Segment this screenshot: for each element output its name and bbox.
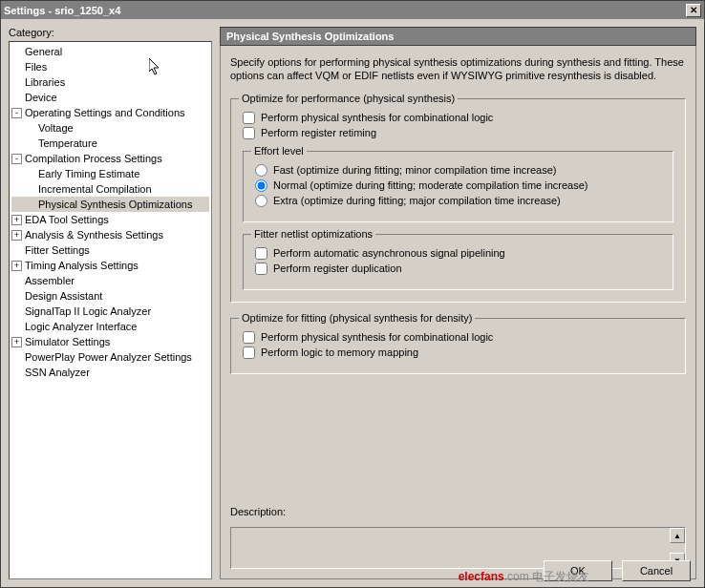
description-label: Description: <box>230 506 686 517</box>
tree-toggle-icon[interactable]: - <box>11 154 22 164</box>
tree-item[interactable]: Incremental Compilation <box>11 181 209 197</box>
watermark-suffix: .com 电子发烧友 <box>504 570 589 583</box>
radio-fast[interactable]: Fast (optimize during fitting; minor com… <box>255 164 661 177</box>
tree-item-label: Physical Synthesis Optimizations <box>38 199 192 210</box>
settings-window: Settings - srio_1250_x4 ✕ Category: Gene… <box>0 0 705 588</box>
radio-input[interactable] <box>255 195 267 207</box>
tree-item[interactable]: -Operating Settings and Conditions <box>11 105 209 120</box>
tree-item-label: Compilation Process Settings <box>25 153 162 164</box>
tree-item-label: Simulator Settings <box>25 336 110 347</box>
tree-item[interactable]: Device <box>11 90 209 105</box>
checkbox-label: Perform register retiming <box>261 127 376 138</box>
tree-item[interactable]: Logic Analyzer Interface <box>11 319 209 334</box>
legend-performance: Optimize for performance (physical synth… <box>239 93 458 104</box>
cancel-button[interactable]: Cancel <box>622 560 691 581</box>
watermark-brand: elecfans <box>459 570 504 583</box>
checkbox-label: Perform physical synthesis for combinati… <box>261 112 493 123</box>
radio-input[interactable] <box>255 164 267 177</box>
group-effort-level: Effort level Fast (optimize during fitti… <box>243 151 673 222</box>
category-label: Category: <box>9 27 212 38</box>
legend-fitting: Optimize for fitting (physical synthesis… <box>239 312 475 324</box>
tree-item[interactable]: Design Assistant <box>11 288 209 304</box>
tree-item[interactable]: Files <box>11 59 209 74</box>
group-optimize-performance: Optimize for performance (physical synth… <box>230 98 686 303</box>
checkbox-label: Perform physical synthesis for combinati… <box>261 331 493 343</box>
tree-item-label: Device <box>25 92 57 103</box>
tree-item[interactable]: +Analysis & Synthesis Settings <box>11 227 209 242</box>
panel-title: Physical Synthesis Optimizations <box>220 27 696 46</box>
checkbox-label: Perform register duplication <box>273 262 402 274</box>
tree-item[interactable]: Libraries <box>11 74 209 90</box>
group-fitter-netlist: Fitter netlist optimizations Perform aut… <box>243 234 673 290</box>
tree-item-label: EDA Tool Settings <box>25 214 109 225</box>
tree-toggle-icon[interactable]: - <box>11 108 22 118</box>
window-title: Settings - srio_1250_x4 <box>4 5 120 16</box>
tree-item-label: PowerPlay Power Analyzer Settings <box>25 351 192 363</box>
titlebar: Settings - srio_1250_x4 ✕ <box>1 1 704 19</box>
tree-item[interactable]: SSN Analyzer <box>11 365 209 380</box>
close-button[interactable]: ✕ <box>686 4 701 17</box>
tree-item[interactable]: Assembler <box>11 273 209 288</box>
tree-item-label: Libraries <box>25 76 65 88</box>
tree-item[interactable]: General <box>11 44 209 59</box>
panel-intro: Specify options for performing physical … <box>230 55 686 83</box>
watermark: elecfans.com 电子发烧友 <box>459 569 589 585</box>
checkbox-input[interactable] <box>243 112 255 124</box>
checkbox-input[interactable] <box>243 127 255 139</box>
radio-label: Fast (optimize during fitting; minor com… <box>273 164 557 176</box>
legend-effort: Effort level <box>251 145 307 157</box>
tree-item-label: Analysis & Synthesis Settings <box>25 229 163 241</box>
tree-item-label: SSN Analyzer <box>25 367 90 378</box>
chk-async-pipelining[interactable]: Perform automatic asynchronous signal pi… <box>255 247 661 260</box>
tree-item-label: Temperature <box>38 137 97 149</box>
radio-extra[interactable]: Extra (optimize during fitting; major co… <box>255 195 661 207</box>
checkbox-input[interactable] <box>243 331 255 344</box>
tree-item-label: Logic Analyzer Interface <box>25 321 137 332</box>
tree-toggle-icon[interactable]: + <box>11 337 22 347</box>
chk-combinational-logic[interactable]: Perform physical synthesis for combinati… <box>243 112 673 124</box>
tree-toggle-icon[interactable]: + <box>11 261 22 271</box>
tree-item-label: Files <box>25 61 47 73</box>
tree-item-label: Assembler <box>25 275 75 286</box>
tree-item[interactable]: +Simulator Settings <box>11 334 209 349</box>
tree-item-label: Incremental Compilation <box>38 183 152 195</box>
tree-item-label: Operating Settings and Conditions <box>25 107 185 118</box>
tree-item-label: Early Timing Estimate <box>38 168 139 179</box>
radio-label: Extra (optimize during fitting; major co… <box>273 195 561 206</box>
tree-item[interactable]: Early Timing Estimate <box>11 166 209 181</box>
tree-item-label: SignalTap II Logic Analyzer <box>25 305 151 317</box>
chk-logic-memory-mapping[interactable]: Perform logic to memory mapping <box>243 346 673 359</box>
scroll-up-icon[interactable]: ▲ <box>670 528 685 543</box>
checkbox-input[interactable] <box>255 247 267 260</box>
tree-item[interactable]: +EDA Tool Settings <box>11 212 209 227</box>
checkbox-input[interactable] <box>255 262 267 275</box>
tree-item-label: Fitter Settings <box>25 244 90 256</box>
tree-item[interactable]: Temperature <box>11 136 209 151</box>
tree-item[interactable]: Voltage <box>11 120 209 136</box>
checkbox-label: Perform logic to memory mapping <box>261 346 418 358</box>
tree-item[interactable]: +Timing Analysis Settings <box>11 258 209 273</box>
category-tree[interactable]: GeneralFilesLibrariesDevice-Operating Se… <box>9 41 212 579</box>
tree-item[interactable]: Physical Synthesis Optimizations <box>11 197 209 212</box>
chk-combinational-logic-fit[interactable]: Perform physical synthesis for combinati… <box>243 331 673 344</box>
tree-item-label: Voltage <box>38 122 74 134</box>
tree-toggle-icon[interactable]: + <box>11 230 22 241</box>
checkbox-input[interactable] <box>243 346 255 359</box>
checkbox-label: Perform automatic asynchronous signal pi… <box>273 247 505 259</box>
tree-item[interactable]: PowerPlay Power Analyzer Settings <box>11 349 209 365</box>
tree-toggle-icon[interactable]: + <box>11 215 22 225</box>
tree-item-label: General <box>25 46 62 57</box>
tree-item-label: Timing Analysis Settings <box>25 260 139 271</box>
tree-item[interactable]: SignalTap II Logic Analyzer <box>11 304 209 319</box>
legend-fitter: Fitter netlist optimizations <box>251 228 375 240</box>
radio-normal[interactable]: Normal (optimize during fitting; moderat… <box>255 179 661 192</box>
radio-input[interactable] <box>255 179 267 192</box>
tree-item-label: Design Assistant <box>25 290 102 302</box>
tree-item[interactable]: Fitter Settings <box>11 242 209 258</box>
chk-register-retiming[interactable]: Perform register retiming <box>243 127 673 139</box>
chk-register-duplication[interactable]: Perform register duplication <box>255 262 661 275</box>
tree-item[interactable]: -Compilation Process Settings <box>11 151 209 166</box>
radio-label: Normal (optimize during fitting; moderat… <box>273 179 588 191</box>
group-optimize-fitting: Optimize for fitting (physical synthesis… <box>230 318 686 374</box>
